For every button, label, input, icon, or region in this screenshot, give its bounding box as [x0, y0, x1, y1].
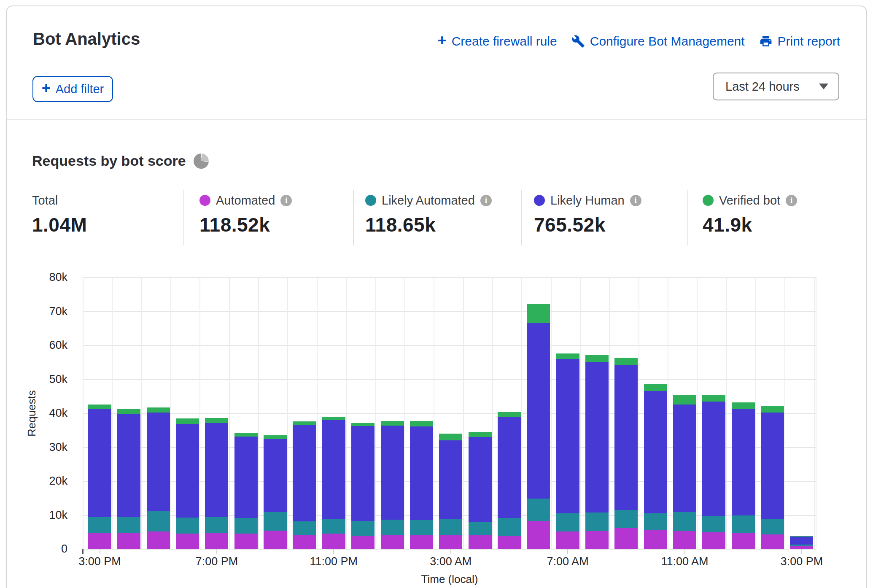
bar-segment[interactable] — [322, 534, 345, 549]
bar-segment[interactable] — [673, 512, 696, 531]
bar-segment[interactable] — [527, 304, 550, 323]
bar-segment[interactable] — [234, 433, 258, 437]
bar-segment[interactable] — [176, 534, 199, 549]
bar-segment[interactable] — [673, 405, 696, 512]
bar-segment[interactable] — [498, 417, 521, 518]
bar-segment[interactable] — [264, 435, 287, 439]
bar-segment[interactable] — [234, 437, 258, 518]
bar-segment[interactable] — [264, 439, 287, 512]
bar-segment[interactable] — [702, 402, 725, 516]
bar[interactable] — [147, 407, 170, 549]
info-icon[interactable]: i — [786, 195, 797, 206]
bar[interactable] — [205, 418, 228, 549]
bar[interactable] — [410, 421, 433, 549]
bar-segment[interactable] — [644, 384, 667, 391]
bar-segment[interactable] — [381, 421, 404, 426]
bar-segment[interactable] — [644, 513, 667, 530]
bar-segment[interactable] — [732, 515, 755, 532]
bar-segment[interactable] — [439, 519, 462, 535]
bar-segment[interactable] — [702, 532, 725, 549]
bar[interactable] — [585, 355, 609, 549]
bar-segment[interactable] — [644, 391, 667, 514]
bar[interactable] — [644, 384, 667, 549]
bar[interactable] — [264, 435, 287, 549]
bar-segment[interactable] — [264, 512, 287, 530]
bar-segment[interactable] — [498, 412, 521, 417]
configure-bot-management-link[interactable]: Configure Bot Management — [571, 34, 745, 49]
bar[interactable] — [381, 421, 404, 549]
bar-segment[interactable] — [176, 418, 199, 424]
bar-segment[interactable] — [117, 533, 140, 549]
bar[interactable] — [88, 405, 111, 549]
bar-segment[interactable] — [351, 536, 375, 549]
bar-segment[interactable] — [673, 531, 696, 549]
bar[interactable] — [234, 433, 258, 549]
bar-segment[interactable] — [117, 517, 140, 533]
bar-segment[interactable] — [469, 522, 492, 535]
bar-segment[interactable] — [264, 531, 287, 549]
bar-segment[interactable] — [147, 413, 170, 511]
bar-segment[interactable] — [234, 534, 258, 549]
bar-segment[interactable] — [790, 537, 813, 545]
bar-segment[interactable] — [585, 531, 609, 549]
bar-segment[interactable] — [176, 518, 199, 534]
bar[interactable] — [732, 402, 755, 549]
bar-segment[interactable] — [381, 535, 404, 549]
bar-segment[interactable] — [205, 418, 228, 423]
bar-segment[interactable] — [761, 519, 784, 534]
bar-segment[interactable] — [234, 518, 258, 534]
bar-segment[interactable] — [498, 536, 521, 549]
bar-segment[interactable] — [585, 362, 609, 512]
bar-segment[interactable] — [293, 521, 316, 535]
bar-segment[interactable] — [761, 534, 784, 549]
bar-segment[interactable] — [88, 517, 111, 534]
bar-segment[interactable] — [761, 406, 784, 413]
create-firewall-rule-link[interactable]: + Create firewall rule — [438, 34, 557, 49]
bar[interactable] — [556, 353, 579, 549]
bar[interactable] — [322, 417, 345, 549]
bar-segment[interactable] — [556, 359, 579, 513]
bar-segment[interactable] — [147, 511, 170, 531]
bar-segment[interactable] — [410, 535, 433, 549]
bar-segment[interactable] — [585, 355, 609, 362]
bar-segment[interactable] — [585, 512, 609, 531]
bar-segment[interactable] — [117, 409, 140, 414]
bar[interactable] — [761, 406, 784, 549]
bar-segment[interactable] — [351, 426, 375, 521]
bar[interactable] — [498, 412, 521, 549]
bar-segment[interactable] — [439, 434, 462, 440]
info-icon[interactable]: i — [630, 195, 641, 206]
bar-segment[interactable] — [614, 510, 638, 528]
print-report-link[interactable]: Print report — [759, 34, 840, 49]
bar-segment[interactable] — [644, 530, 667, 549]
bar-segment[interactable] — [614, 358, 638, 365]
bar-segment[interactable] — [469, 432, 492, 437]
bar-segment[interactable] — [732, 402, 755, 409]
bar-segment[interactable] — [469, 535, 492, 549]
bar-segment[interactable] — [147, 531, 170, 549]
bar-segment[interactable] — [761, 413, 784, 518]
bar-segment[interactable] — [117, 414, 140, 517]
bar-segment[interactable] — [527, 499, 550, 521]
bar-segment[interactable] — [381, 426, 404, 520]
info-icon[interactable]: i — [480, 195, 492, 206]
bar[interactable] — [614, 358, 638, 549]
bar-segment[interactable] — [410, 426, 433, 520]
bar-segment[interactable] — [732, 409, 755, 516]
bar-segment[interactable] — [147, 407, 170, 413]
bar[interactable] — [439, 434, 462, 549]
bar[interactable] — [673, 395, 696, 549]
bar-segment[interactable] — [88, 533, 111, 549]
bar-segment[interactable] — [673, 395, 696, 405]
bar-segment[interactable] — [293, 425, 316, 521]
bar-segment[interactable] — [322, 420, 345, 519]
bar[interactable] — [351, 423, 375, 549]
bar-segment[interactable] — [381, 520, 404, 535]
info-icon[interactable]: i — [280, 195, 292, 206]
bar-segment[interactable] — [556, 513, 579, 531]
bar-segment[interactable] — [439, 440, 462, 519]
bar-segment[interactable] — [322, 519, 345, 534]
bar[interactable] — [176, 418, 199, 549]
bar-segment[interactable] — [293, 421, 316, 425]
bar-segment[interactable] — [469, 437, 492, 522]
